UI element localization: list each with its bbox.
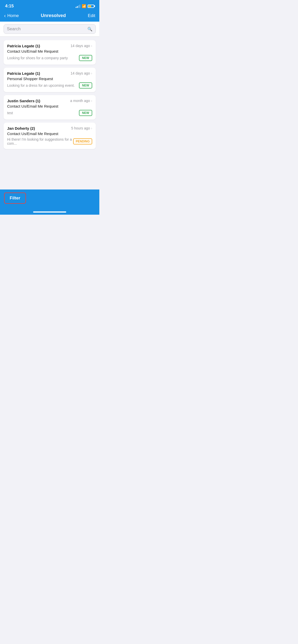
ticket-header: Patricia Legate (1) 14 days ago › (7, 44, 92, 48)
ticket-type: Personal Shopper Request (7, 77, 92, 81)
status-badge: NEW (79, 110, 92, 116)
status-time: 4:15 (5, 4, 14, 9)
status-bar: 4:15 📶 (0, 0, 99, 11)
home-indicator-area (0, 210, 99, 215)
ticket-name: Justin Sanders (1) (7, 99, 40, 103)
ticket-time: 14 days ago › (71, 44, 92, 48)
status-icons: 📶 (76, 4, 94, 8)
ticket-preview: Looking for shoes for a company party (7, 56, 79, 60)
ticket-list: Patricia Legate (1) 14 days ago › Contac… (0, 37, 99, 169)
search-icon: 🔍 (87, 27, 92, 32)
ticket-preview: Hi there! I'm looking for suggestions fo… (7, 137, 73, 145)
ticket-type: Contact Us/Email Me Request (7, 104, 92, 108)
ticket-time: 5 hours ago › (71, 126, 92, 130)
ticket-preview: Looking for a dress for an upcoming even… (7, 83, 79, 87)
ticket-preview: test (7, 111, 79, 115)
ticket-time: a month ago › (70, 99, 92, 103)
ticket-footer: test NEW (7, 110, 92, 116)
signal-icon (76, 4, 80, 8)
ticket-name: Patricia Legate (1) (7, 71, 40, 76)
battery-icon (88, 5, 94, 8)
ticket-time: 14 days ago › (71, 71, 92, 75)
search-bar: 🔍 (4, 24, 96, 34)
table-row[interactable]: Justin Sanders (1) a month ago › Contact… (4, 95, 96, 120)
ticket-footer: Looking for shoes for a company party NE… (7, 55, 92, 61)
table-row[interactable]: Jan Doherty (2) 5 hours ago › Contact Us… (4, 123, 96, 149)
ticket-header: Jan Doherty (2) 5 hours ago › (7, 126, 92, 130)
search-input[interactable] (7, 26, 85, 32)
bottom-bar: Filter (0, 189, 99, 210)
filter-button[interactable]: Filter (4, 193, 26, 204)
chevron-right-icon: › (91, 99, 92, 103)
chevron-right-icon: › (91, 71, 92, 75)
search-container: 🔍 (0, 22, 99, 37)
status-badge: NEW (79, 55, 92, 61)
ticket-name: Jan Doherty (2) (7, 126, 35, 130)
chevron-right-icon: › (91, 126, 92, 130)
ticket-header: Justin Sanders (1) a month ago › (7, 99, 92, 103)
status-badge: NEW (79, 82, 92, 89)
ticket-type: Contact Us/Email Me Request (7, 49, 92, 53)
back-chevron-icon: ‹ (4, 13, 6, 19)
status-badge: PENDING (73, 138, 92, 144)
edit-button[interactable]: Edit (88, 13, 95, 18)
nav-bar: ‹ Home Unresolved Edit (0, 11, 99, 22)
back-label: Home (7, 13, 19, 18)
chevron-right-icon: › (91, 44, 92, 48)
home-indicator-bar (33, 211, 66, 213)
ticket-footer: Looking for a dress for an upcoming even… (7, 82, 92, 89)
ticket-name: Patricia Legate (1) (7, 44, 40, 48)
ticket-header: Patricia Legate (1) 14 days ago › (7, 71, 92, 76)
page-title: Unresolved (41, 13, 66, 18)
table-row[interactable]: Patricia Legate (1) 14 days ago › Contac… (4, 40, 96, 65)
ticket-type: Contact Us/Email Me Request (7, 131, 92, 136)
wifi-icon: 📶 (82, 4, 86, 8)
ticket-footer: Hi there! I'm looking for suggestions fo… (7, 137, 92, 145)
back-button[interactable]: ‹ Home (4, 13, 19, 19)
table-row[interactable]: Patricia Legate (1) 14 days ago › Person… (4, 68, 96, 92)
